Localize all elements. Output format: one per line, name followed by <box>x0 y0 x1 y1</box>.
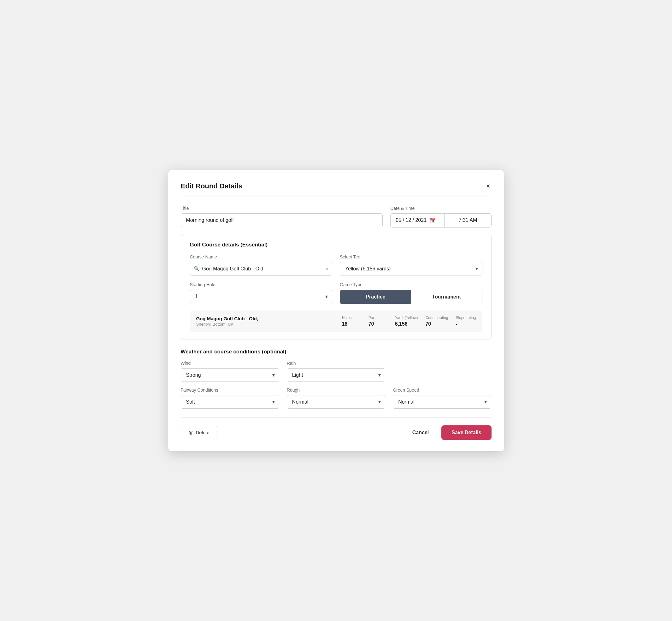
modal-header: Edit Round Details × <box>181 181 492 197</box>
date-time-input-group: 05 / 12 / 2021 📅 7:31 AM <box>390 213 491 227</box>
course-main-name: Gog Magog Golf Club - Old, <box>196 316 334 321</box>
weather-section: Weather and course conditions (optional)… <box>181 349 492 409</box>
close-button[interactable]: × <box>485 181 492 191</box>
footer-row: 🗑 Delete Cancel Save Details <box>181 417 492 440</box>
green-speed-select-wrap: Slow Normal Fast Very Fast <box>393 395 491 409</box>
fairway-select-wrap: Soft Normal Hard <box>181 395 279 409</box>
time-value: 7:31 AM <box>459 217 477 223</box>
course-tee-row: Course Name 🔍 × Select Tee Yellow (6,156… <box>190 254 482 276</box>
game-type-group: Game Type Practice Tournament <box>340 282 482 304</box>
title-group: Title <box>181 206 383 227</box>
slope-rating-value: - <box>456 321 457 327</box>
course-stat-slope: Slope rating - <box>456 316 476 327</box>
par-value: 70 <box>369 321 374 327</box>
datetime-group: Date & Time 05 / 12 / 2021 📅 7:31 AM <box>390 206 491 227</box>
modal-title: Edit Round Details <box>181 182 243 190</box>
practice-button[interactable]: Practice <box>340 290 411 304</box>
wind-dropdown[interactable]: Calm Light Moderate Strong Very Strong <box>181 368 279 382</box>
game-type-label: Game Type <box>340 282 482 287</box>
datetime-label: Date & Time <box>390 206 491 211</box>
holes-label: Holes <box>342 316 352 320</box>
course-section-title: Golf Course details (Essential) <box>190 242 482 248</box>
clear-icon[interactable]: × <box>326 266 328 272</box>
green-speed-label: Green Speed <box>393 387 491 392</box>
rough-dropdown[interactable]: Short Normal Long <box>287 395 385 409</box>
course-stat-rating: Course rating 70 <box>425 316 448 327</box>
delete-label: Delete <box>196 430 209 435</box>
course-stat-yards: Yards(Yellow) 6,156 <box>395 316 418 327</box>
date-input[interactable]: 05 / 12 / 2021 📅 <box>390 214 445 227</box>
delete-button[interactable]: 🗑 Delete <box>181 426 217 439</box>
cancel-button[interactable]: Cancel <box>407 426 434 439</box>
par-label: Par <box>369 316 375 320</box>
starting-hole-dropdown[interactable]: 1 2 10 <box>190 290 333 303</box>
fairway-dropdown[interactable]: Soft Normal Hard <box>181 395 279 409</box>
green-speed-group: Green Speed Slow Normal Fast Very Fast <box>393 387 491 409</box>
rough-group: Rough Short Normal Long <box>287 387 385 409</box>
title-input[interactable] <box>181 213 383 227</box>
green-speed-dropdown[interactable]: Slow Normal Fast Very Fast <box>393 395 491 409</box>
trash-icon: 🗑 <box>189 430 194 435</box>
course-rating-label: Course rating <box>425 316 448 320</box>
game-type-toggle: Practice Tournament <box>340 290 482 304</box>
yards-label: Yards(Yellow) <box>395 316 418 320</box>
course-location: Shelford Bottom, UK <box>196 322 334 327</box>
course-name-input[interactable] <box>190 262 333 276</box>
modal-container: Edit Round Details × Title Date & Time 0… <box>168 170 504 451</box>
starting-hole-wrap: 1 2 10 <box>190 290 333 303</box>
yards-value: 6,156 <box>395 321 408 327</box>
footer-right: Cancel Save Details <box>407 425 492 440</box>
search-icon: 🔍 <box>194 266 200 272</box>
slope-rating-label: Slope rating <box>456 316 476 320</box>
date-value: 05 / 12 / 2021 <box>395 217 426 223</box>
rough-select-wrap: Short Normal Long <box>287 395 385 409</box>
starting-hole-group: Starting Hole 1 2 10 <box>190 282 333 304</box>
fairway-rough-green-row: Fairway Conditions Soft Normal Hard Roug… <box>181 387 492 409</box>
wind-label: Wind <box>181 361 279 366</box>
course-rating-value: 70 <box>425 321 431 327</box>
course-stat-holes: Holes 18 <box>342 316 361 327</box>
fairway-group: Fairway Conditions Soft Normal Hard <box>181 387 279 409</box>
course-info-name: Gog Magog Golf Club - Old, Shelford Bott… <box>196 316 334 327</box>
time-input[interactable]: 7:31 AM <box>445 214 491 227</box>
title-datetime-row: Title Date & Time 05 / 12 / 2021 📅 7:31 … <box>181 206 492 227</box>
rain-select-wrap: None Light Moderate Heavy <box>287 368 385 382</box>
hole-gametype-row: Starting Hole 1 2 10 Game Type Practice … <box>190 282 482 304</box>
calendar-icon: 📅 <box>430 217 436 223</box>
weather-title: Weather and course conditions (optional) <box>181 349 492 355</box>
course-name-search-wrap: 🔍 × <box>190 262 333 276</box>
select-tee-label: Select Tee <box>340 254 482 259</box>
course-name-group: Course Name 🔍 × <box>190 254 333 276</box>
rain-group: Rain None Light Moderate Heavy <box>287 361 385 382</box>
wind-select-wrap: Calm Light Moderate Strong Very Strong <box>181 368 279 382</box>
fairway-label: Fairway Conditions <box>181 387 279 392</box>
wind-rain-row: Wind Calm Light Moderate Strong Very Str… <box>181 361 492 382</box>
rain-dropdown[interactable]: None Light Moderate Heavy <box>287 368 385 382</box>
course-stat-par: Par 70 <box>369 316 387 327</box>
rough-label: Rough <box>287 387 385 392</box>
rain-label: Rain <box>287 361 385 366</box>
select-tee-dropdown[interactable]: Yellow (6,156 yards) Red (5,200 yards) W… <box>340 262 482 276</box>
holes-value: 18 <box>342 321 348 327</box>
select-tee-group: Select Tee Yellow (6,156 yards) Red (5,2… <box>340 254 482 276</box>
wind-group: Wind Calm Light Moderate Strong Very Str… <box>181 361 279 382</box>
tournament-button[interactable]: Tournament <box>411 290 482 304</box>
course-name-label: Course Name <box>190 254 333 259</box>
course-section: Golf Course details (Essential) Course N… <box>181 234 492 340</box>
course-info-row: Gog Magog Golf Club - Old, Shelford Bott… <box>190 310 482 332</box>
title-label: Title <box>181 206 383 211</box>
save-button[interactable]: Save Details <box>442 425 491 440</box>
starting-hole-label: Starting Hole <box>190 282 333 287</box>
select-tee-wrap: Yellow (6,156 yards) Red (5,200 yards) W… <box>340 262 482 276</box>
